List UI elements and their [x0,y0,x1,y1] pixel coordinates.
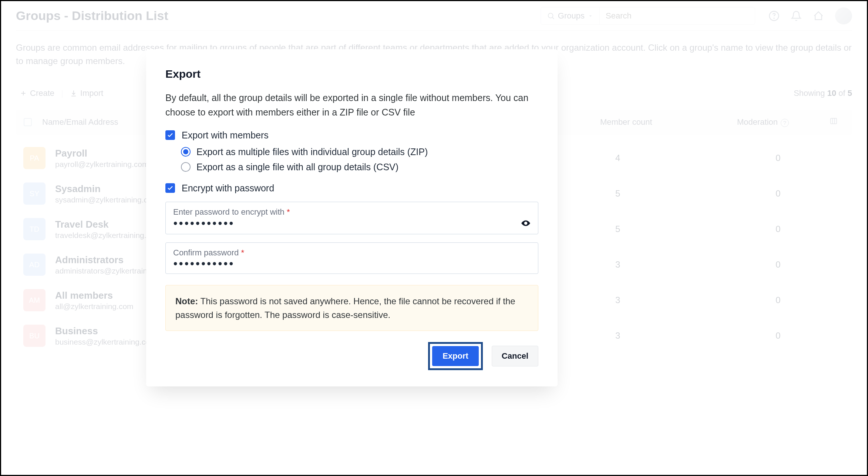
modal-title: Export [165,68,538,80]
eye-icon[interactable] [521,218,531,228]
password-field[interactable]: Enter password to encrypt with * ●●●●●●●… [165,202,538,234]
export-with-members-checkbox[interactable]: Export with members [165,130,538,141]
encrypt-checkbox[interactable]: Encrypt with password [165,183,538,194]
export-modal: Export By default, all the group details… [146,49,558,386]
note-box: Note: This password is not saved anywher… [165,285,538,331]
export-button-highlight: Export [428,342,483,370]
confirm-password-field[interactable]: Confirm password * ●●●●●●●●●●● [165,242,538,274]
checkbox-checked-icon [165,183,175,193]
cancel-button[interactable]: Cancel [492,346,538,366]
radio-checked-icon [181,147,191,157]
modal-description: By default, all the group details will b… [165,91,538,120]
password-value: ●●●●●●●●●●● [173,219,235,227]
checkbox-checked-icon [165,130,175,140]
radio-csv[interactable]: Export as a single file with all group d… [181,162,538,172]
confirm-password-value: ●●●●●●●●●●● [173,259,235,268]
radio-zip[interactable]: Export as multiple files with individual… [181,147,538,157]
export-button[interactable]: Export [432,346,479,366]
radio-unchecked-icon [181,162,191,172]
